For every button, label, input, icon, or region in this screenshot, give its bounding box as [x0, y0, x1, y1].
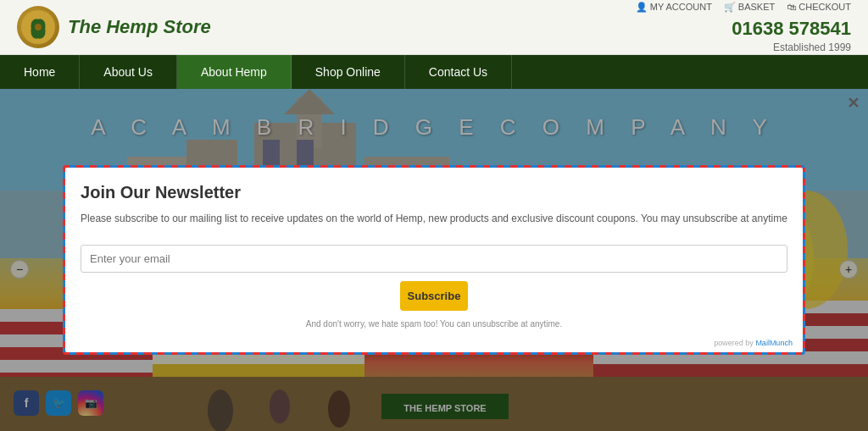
- modal-title: Join Our Newsletter: [65, 168, 803, 211]
- established-text: Established 1999: [773, 41, 851, 53]
- checkout-link[interactable]: 🛍 CHECKOUT: [787, 2, 851, 13]
- my-account-label: MY ACCOUNT: [650, 2, 712, 12]
- nav-shop-online[interactable]: Shop Online: [292, 55, 405, 89]
- main-nav: Home About Us About Hemp Shop Online Con…: [0, 55, 868, 89]
- logo-area: The Hemp Store: [17, 6, 211, 48]
- mailmunch-link[interactable]: MailMunch: [755, 339, 793, 347]
- nav-about-us[interactable]: About Us: [80, 55, 177, 89]
- hero-section: THE HEMP STORE A C A M B R I D G E C O M…: [0, 89, 868, 431]
- nav-about-hemp[interactable]: About Hemp: [177, 55, 292, 89]
- modal-container: ✕ Join Our Newsletter Please subscribe t…: [63, 165, 805, 355]
- basket-link[interactable]: 🛒 BASKET: [724, 2, 775, 13]
- my-account-link[interactable]: 👤 MY ACCOUNT: [636, 2, 712, 13]
- basket-label: BASKET: [738, 2, 775, 12]
- spam-disclaimer: And don't worry, we hate spam too! You c…: [65, 319, 803, 335]
- close-icon: ✕: [847, 95, 860, 112]
- email-input[interactable]: [81, 245, 787, 273]
- nav-contact-us[interactable]: Contact Us: [405, 55, 512, 89]
- modal-body-text: Please subscribe to our mailing list to …: [65, 211, 803, 236]
- modal-overlay: ✕ Join Our Newsletter Please subscribe t…: [0, 89, 868, 431]
- logo-label: The Hemp Store: [68, 16, 211, 37]
- modal: ✕ Join Our Newsletter Please subscribe t…: [65, 168, 803, 352]
- logo-image: [17, 6, 59, 48]
- top-right-area: 👤 MY ACCOUNT 🛒 BASKET 🛍 CHECKOUT 01638 5…: [636, 2, 851, 53]
- checkout-label: CHECKOUT: [798, 2, 851, 12]
- powered-by-text: powered by: [714, 339, 754, 347]
- site-name: The Hemp Store: [68, 16, 211, 38]
- subscribe-button[interactable]: Subscribe: [400, 281, 468, 311]
- top-bar: The Hemp Store 👤 MY ACCOUNT 🛒 BASKET 🛍 C…: [0, 0, 868, 55]
- modal-email-wrapper: [65, 236, 803, 281]
- top-icons-row: 👤 MY ACCOUNT 🛒 BASKET 🛍 CHECKOUT: [636, 2, 851, 13]
- modal-close-button[interactable]: ✕: [847, 96, 860, 111]
- nav-home[interactable]: Home: [0, 55, 80, 89]
- mailmunch-credit: powered by MailMunch: [65, 335, 803, 352]
- svg-point-3: [35, 24, 42, 30]
- my-account-icon: 👤: [636, 2, 648, 13]
- checkout-icon: 🛍: [787, 2, 796, 12]
- basket-icon: 🛒: [724, 2, 736, 13]
- phone-number: 01638 578541: [732, 18, 851, 40]
